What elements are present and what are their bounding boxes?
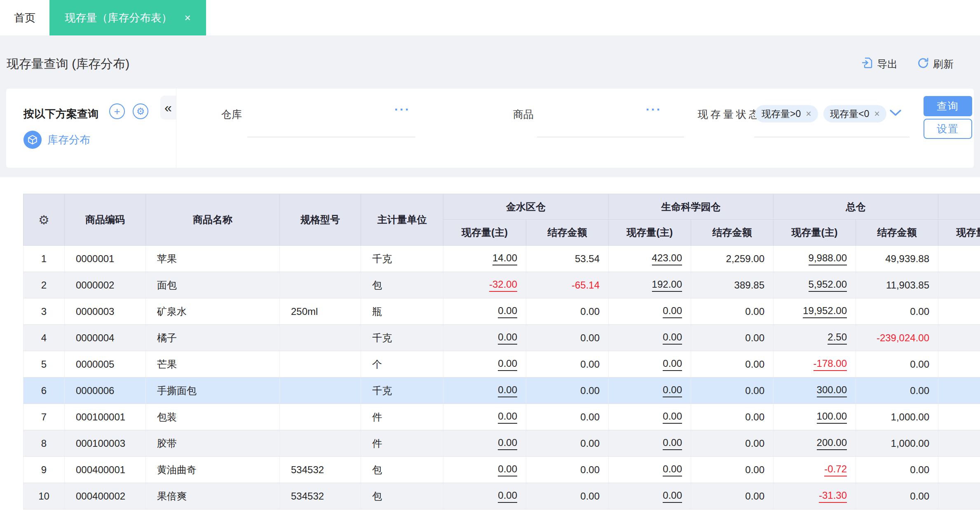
cell-spec-model: 534532 — [280, 457, 361, 483]
table-row[interactable]: 10000001苹果千克14.0053.54423.002,259.009,98… — [23, 246, 980, 272]
cell-partial — [938, 430, 980, 457]
collapse-pane-button[interactable]: « — [160, 96, 176, 120]
table-row[interactable]: 7000100001包装件0.000.000.000.00100.001,000… — [23, 404, 980, 430]
query-button[interactable]: 查询 — [924, 96, 972, 116]
cell-stock-qty: 0.00 — [443, 457, 526, 483]
column-header: 规格型号 — [280, 194, 361, 246]
tab-close-icon[interactable]: × — [184, 12, 190, 23]
cell-balance-amount: 53.54 — [526, 246, 609, 272]
cell-unit: 包 — [361, 483, 443, 509]
cell-spec-model — [280, 430, 361, 457]
stock-qty-link[interactable]: -31.30 — [819, 490, 847, 503]
cell-stock-qty: -32.00 — [443, 272, 526, 298]
tab-home[interactable]: 首页 — [0, 0, 49, 35]
balance-amount-value: 0.00 — [910, 385, 929, 396]
cell-stock-qty: 0.00 — [609, 404, 691, 430]
cell-spec-model — [280, 351, 361, 378]
refresh-button[interactable]: 刷新 — [917, 57, 954, 71]
product-input[interactable] — [537, 125, 684, 137]
stock-qty-link[interactable]: 0.00 — [663, 358, 682, 371]
cell-stock-qty: 100.00 — [774, 404, 856, 430]
stock-qty-link[interactable]: 0.00 — [663, 490, 682, 503]
balance-amount-value: 0.00 — [910, 490, 929, 502]
cell-product-code: 0000004 — [65, 325, 146, 351]
tab-inventory-distribution[interactable]: 现存量（库存分布表） × — [49, 0, 206, 35]
cell-stock-qty: 0.00 — [609, 430, 691, 457]
cell-row-number: 10 — [23, 483, 65, 509]
stock-qty-link[interactable]: 0.00 — [663, 411, 682, 424]
cell-stock-qty: 0.00 — [443, 325, 526, 351]
stock-qty-link[interactable]: 0.00 — [498, 490, 517, 503]
stock-qty-link[interactable]: 2.50 — [828, 331, 847, 345]
stock-qty-link[interactable]: 14.00 — [492, 252, 517, 265]
stock-qty-link[interactable]: 200.00 — [817, 437, 847, 450]
warehouse-group-header-partial — [938, 194, 980, 220]
export-button[interactable]: 导出 — [862, 57, 898, 71]
table-row[interactable]: 20000002面包包-32.00-65.14192.00389.855,952… — [23, 272, 980, 298]
tag-close-icon[interactable]: × — [874, 109, 879, 119]
column-settings-gear-icon[interactable]: ⚙ — [38, 213, 49, 227]
tag-close-icon[interactable]: × — [806, 109, 811, 119]
warehouse-input[interactable] — [247, 125, 415, 137]
product-more-icon[interactable]: ··· — [646, 103, 662, 117]
stock-qty-link[interactable]: -0.72 — [824, 463, 847, 476]
scheme-settings-button[interactable]: ⚙ — [133, 103, 148, 119]
export-icon — [862, 57, 873, 71]
stock-qty-link[interactable]: 0.00 — [498, 358, 517, 371]
cell-balance-amount: 0.00 — [856, 483, 938, 509]
scheme-item-inventory-distribution[interactable]: 库存分布 — [23, 131, 90, 149]
cell-row-number: 3 — [23, 298, 65, 325]
stock-qty-link[interactable]: 0.00 — [663, 437, 682, 450]
add-scheme-button[interactable]: + — [109, 103, 125, 119]
stock-qty-link[interactable]: 192.00 — [652, 279, 682, 292]
stock-status-tag-negative: 现存量<0 × — [823, 105, 886, 122]
cell-stock-qty: 0.00 — [443, 351, 526, 378]
page-title: 现存量查询 (库存分布) — [7, 56, 129, 73]
balance-amount-value: 0.00 — [745, 385, 764, 396]
stock-qty-link[interactable]: 0.00 — [663, 305, 682, 318]
stock-qty-link[interactable]: 300.00 — [817, 384, 847, 397]
table-row[interactable]: 60000006手撕面包千克0.000.000.000.00300.000.00 — [23, 378, 980, 404]
stock-qty-link[interactable]: 0.00 — [663, 384, 682, 397]
balance-amount-value: 2,259.00 — [726, 253, 764, 264]
stock-qty-link[interactable]: -32.00 — [489, 279, 517, 292]
warehouse-more-icon[interactable]: ··· — [394, 103, 410, 117]
table-row[interactable]: 30000003矿泉水250ml瓶0.000.000.000.0019,952.… — [23, 298, 980, 325]
table-row[interactable]: 40000004橘子千克0.000.000.000.002.50-239,024… — [23, 325, 980, 351]
stock-status-input[interactable] — [754, 125, 910, 137]
cell-balance-amount: 0.00 — [691, 325, 774, 351]
table-row[interactable]: 10000400002果倍爽534532包0.000.000.000.00-31… — [23, 483, 980, 509]
cell-partial — [938, 483, 980, 509]
stock-qty-link[interactable]: 423.00 — [652, 252, 682, 265]
stock-qty-link[interactable]: -178.00 — [814, 358, 847, 371]
cell-product-code: 000100003 — [65, 430, 146, 457]
cell-product-name: 橘子 — [146, 325, 280, 351]
stock-qty-link[interactable]: 5,952.00 — [809, 279, 847, 292]
stock-qty-link[interactable]: 0.00 — [498, 305, 517, 318]
settings-button[interactable]: 设置 — [924, 119, 972, 139]
cell-balance-amount: 0.00 — [691, 457, 774, 483]
table-row[interactable]: 8000100003胶带件0.000.000.000.00200.001,000… — [23, 430, 980, 457]
sub-column-header: 现存量(主) — [609, 220, 691, 246]
table-row[interactable]: 9000400001黄油曲奇534532包0.000.000.000.00-0.… — [23, 457, 980, 483]
stock-qty-link[interactable]: 0.00 — [498, 384, 517, 397]
stock-qty-link[interactable]: 9,988.00 — [809, 252, 847, 265]
product-field-label: 商品 — [513, 108, 534, 121]
stock-qty-link[interactable]: 0.00 — [663, 331, 682, 345]
stock-qty-link[interactable]: 0.00 — [498, 463, 517, 476]
warehouse-field-label: 仓库 — [221, 108, 242, 121]
stock-qty-link[interactable]: 0.00 — [663, 463, 682, 476]
cell-unit: 千克 — [361, 378, 443, 404]
stock-qty-link[interactable]: 100.00 — [817, 411, 847, 424]
cell-product-code: 0000001 — [65, 246, 146, 272]
chevron-down-icon[interactable] — [889, 109, 902, 118]
cell-stock-qty: 0.00 — [609, 298, 691, 325]
balance-amount-value: 0.00 — [910, 359, 929, 370]
stock-qty-link[interactable]: 19,952.00 — [803, 305, 847, 318]
stock-qty-link[interactable]: 0.00 — [498, 437, 517, 450]
cell-balance-amount: 11,903.85 — [856, 272, 938, 298]
table-row[interactable]: 50000005芒果个0.000.000.000.00-178.000.00 — [23, 351, 980, 378]
stock-qty-link[interactable]: 0.00 — [498, 331, 517, 345]
cell-balance-amount: 0.00 — [526, 483, 609, 509]
stock-qty-link[interactable]: 0.00 — [498, 411, 517, 424]
